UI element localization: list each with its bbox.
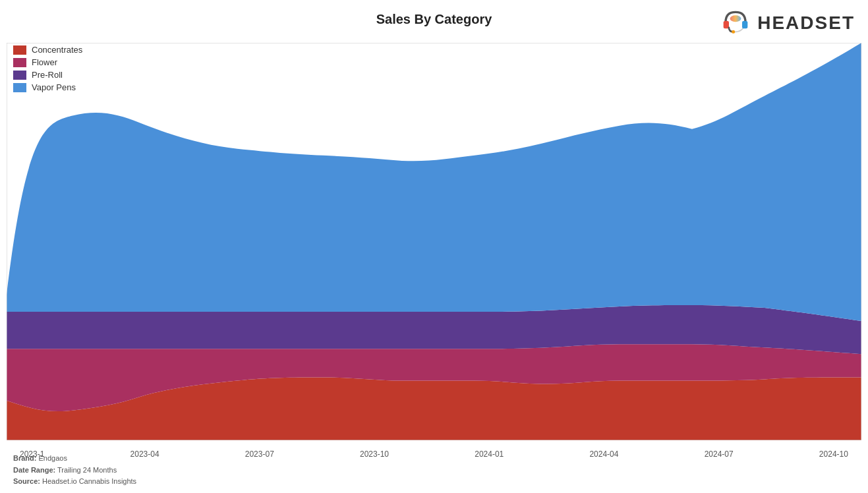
footer-source: Source: Headset.io Cannabis Insights bbox=[13, 476, 136, 488]
x-label-5: 2024-04 bbox=[589, 450, 618, 459]
footer-date-range-label: Date Range: bbox=[13, 466, 55, 474]
x-label-6: 2024-07 bbox=[705, 450, 734, 459]
x-label-3: 2023-10 bbox=[360, 450, 389, 459]
footer-info: Brand: Endgaos Date Range: Trailing 24 M… bbox=[13, 453, 136, 488]
footer-date-range: Date Range: Trailing 24 Months bbox=[13, 465, 136, 477]
footer-brand: Brand: Endgaos bbox=[13, 453, 136, 465]
x-label-2: 2023-07 bbox=[245, 450, 274, 459]
footer-source-value: Headset.io Cannabis Insights bbox=[42, 477, 136, 485]
svg-point-3 bbox=[732, 30, 735, 34]
footer-date-range-value: Trailing 24 Months bbox=[57, 466, 117, 474]
chart-svg bbox=[7, 43, 861, 440]
footer-brand-label: Brand: bbox=[13, 454, 36, 462]
chart-title: Sales By Category bbox=[0, 12, 868, 27]
page-container: HEADSET Sales By Category Concentrates F… bbox=[0, 0, 868, 493]
chart-area bbox=[7, 43, 861, 440]
x-label-7: 2024-10 bbox=[819, 450, 848, 459]
x-label-4: 2024-01 bbox=[475, 450, 504, 459]
footer-source-label: Source: bbox=[13, 477, 40, 485]
footer-brand-value: Endgaos bbox=[39, 454, 67, 462]
